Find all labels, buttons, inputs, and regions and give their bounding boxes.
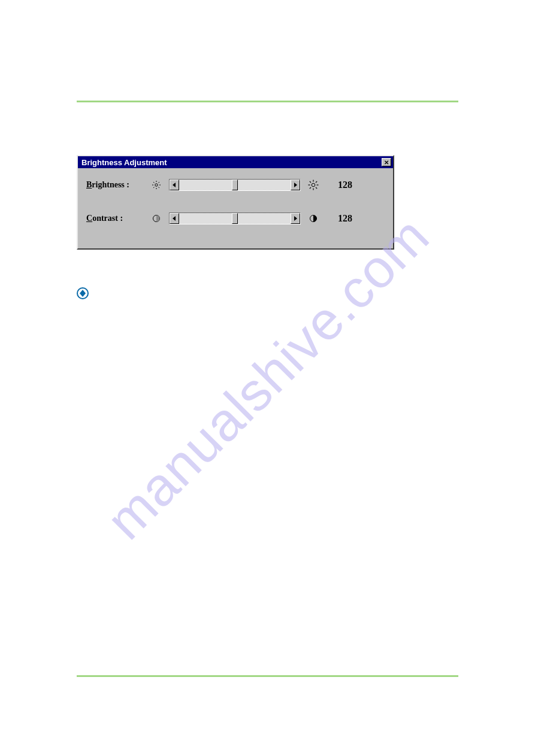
watermark: manualshive.com — [94, 205, 441, 551]
divider-bottom — [77, 675, 458, 677]
svg-marker-9 — [173, 183, 176, 187]
svg-line-19 — [316, 181, 317, 183]
contrast-row: Contrast : 128 — [78, 202, 393, 235]
svg-line-17 — [316, 187, 317, 189]
contrast-label: Contrast : — [86, 214, 144, 223]
brightness-label-rest: rightness : — [92, 180, 129, 189]
contrast-thumb[interactable] — [232, 213, 238, 224]
circle-half-icon — [307, 212, 320, 225]
svg-line-6 — [159, 187, 160, 189]
brightness-slider[interactable] — [169, 179, 301, 191]
svg-line-7 — [153, 187, 155, 189]
brightness-value: 128 — [326, 180, 355, 190]
circle-low-icon — [150, 212, 163, 225]
svg-point-0 — [155, 184, 158, 186]
sun-bright-icon — [307, 178, 320, 192]
brightness-adjustment-dialog: Brightness Adjustment ✕ Brightness : 12 — [77, 155, 394, 250]
svg-marker-21 — [173, 216, 176, 221]
svg-line-8 — [159, 182, 160, 183]
divider-top — [77, 101, 458, 102]
contrast-increase-button[interactable] — [291, 213, 300, 224]
brightness-label: Brightness : — [86, 180, 144, 190]
svg-marker-22 — [294, 216, 297, 221]
brightness-decrease-button[interactable] — [170, 180, 179, 190]
note-icon — [77, 287, 89, 299]
brightness-track[interactable] — [179, 180, 291, 190]
dialog-title: Brightness Adjustment — [81, 158, 167, 167]
contrast-value: 128 — [326, 213, 355, 224]
contrast-decrease-button[interactable] — [170, 213, 179, 224]
brightness-row: Brightness : 128 — [78, 168, 393, 202]
svg-line-18 — [310, 187, 311, 189]
svg-line-16 — [310, 181, 311, 183]
brightness-label-hotkey: B — [86, 180, 92, 189]
svg-point-11 — [312, 183, 315, 187]
svg-marker-10 — [294, 183, 297, 187]
contrast-slider[interactable] — [169, 212, 301, 224]
sun-dim-icon — [150, 178, 163, 192]
close-icon: ✕ — [384, 159, 389, 166]
dialog-titlebar: Brightness Adjustment ✕ — [78, 156, 393, 168]
contrast-track[interactable] — [179, 213, 291, 224]
brightness-thumb[interactable] — [232, 180, 238, 190]
contrast-label-rest: ontrast : — [92, 214, 123, 223]
svg-line-5 — [153, 182, 155, 183]
brightness-increase-button[interactable] — [291, 180, 300, 190]
contrast-label-hotkey: C — [86, 214, 92, 223]
close-button[interactable]: ✕ — [382, 158, 391, 166]
